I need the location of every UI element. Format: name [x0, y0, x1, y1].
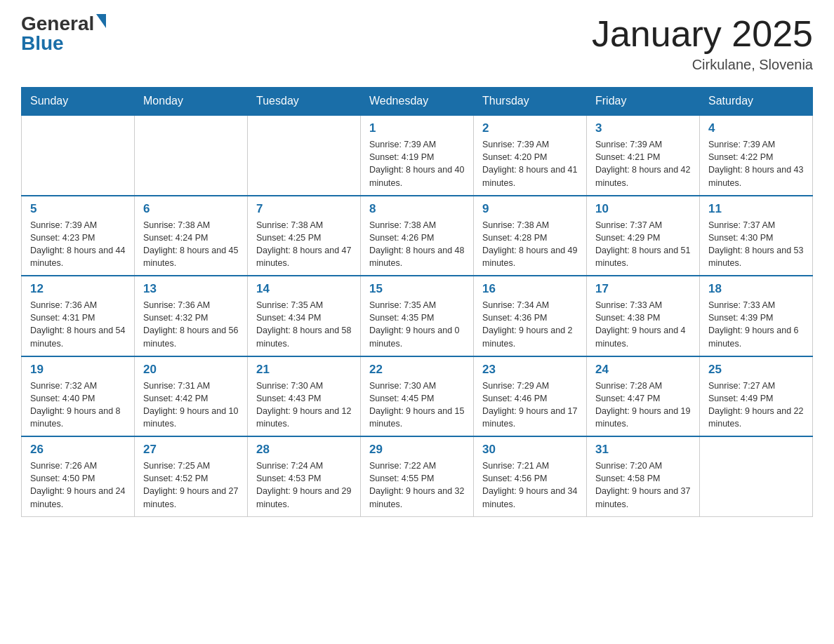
calendar-cell-4-4: 22Sunrise: 7:30 AMSunset: 4:45 PMDayligh… — [361, 356, 474, 437]
day-number: 5 — [30, 202, 126, 216]
calendar-cell-2-2: 6Sunrise: 7:38 AMSunset: 4:24 PMDaylight… — [135, 196, 248, 276]
week-row-3: 12Sunrise: 7:36 AMSunset: 4:31 PMDayligh… — [22, 276, 813, 356]
day-number: 12 — [30, 282, 126, 296]
day-info: Sunrise: 7:36 AMSunset: 4:31 PMDaylight:… — [30, 299, 126, 350]
day-info: Sunrise: 7:38 AMSunset: 4:24 PMDaylight:… — [143, 219, 239, 270]
day-number: 21 — [256, 363, 352, 377]
day-info: Sunrise: 7:39 AMSunset: 4:19 PMDaylight:… — [369, 138, 465, 189]
day-info: Sunrise: 7:26 AMSunset: 4:50 PMDaylight:… — [30, 459, 126, 511]
day-info: Sunrise: 7:37 AMSunset: 4:29 PMDaylight:… — [595, 219, 691, 270]
calendar-cell-5-7 — [700, 436, 813, 516]
day-number: 29 — [369, 443, 465, 457]
week-row-1: 1Sunrise: 7:39 AMSunset: 4:19 PMDaylight… — [22, 115, 813, 196]
calendar-cell-1-6: 3Sunrise: 7:39 AMSunset: 4:21 PMDaylight… — [587, 115, 700, 196]
day-info: Sunrise: 7:24 AMSunset: 4:53 PMDaylight:… — [256, 459, 352, 511]
calendar-cell-3-2: 13Sunrise: 7:36 AMSunset: 4:32 PMDayligh… — [135, 276, 248, 356]
day-info: Sunrise: 7:33 AMSunset: 4:38 PMDaylight:… — [595, 299, 691, 350]
week-row-4: 19Sunrise: 7:32 AMSunset: 4:40 PMDayligh… — [22, 356, 813, 437]
title-section: January 2025 Cirkulane, Slovenia — [592, 14, 813, 73]
calendar-table: SundayMondayTuesdayWednesdayThursdayFrid… — [21, 87, 813, 517]
logo-line1: General — [21, 14, 106, 34]
day-info: Sunrise: 7:33 AMSunset: 4:39 PMDaylight:… — [708, 299, 804, 350]
day-number: 4 — [708, 121, 804, 135]
calendar-cell-5-1: 26Sunrise: 7:26 AMSunset: 4:50 PMDayligh… — [22, 436, 135, 516]
calendar-cell-3-4: 15Sunrise: 7:35 AMSunset: 4:35 PMDayligh… — [361, 276, 474, 356]
calendar-cell-1-2 — [135, 115, 248, 196]
day-number: 1 — [369, 121, 465, 135]
calendar-cell-1-5: 2Sunrise: 7:39 AMSunset: 4:20 PMDaylight… — [474, 115, 587, 196]
day-number: 15 — [369, 282, 465, 296]
logo-line2: Blue — [21, 34, 106, 53]
calendar-cell-5-4: 29Sunrise: 7:22 AMSunset: 4:55 PMDayligh… — [361, 436, 474, 516]
calendar-cell-3-7: 18Sunrise: 7:33 AMSunset: 4:39 PMDayligh… — [700, 276, 813, 356]
day-number: 11 — [708, 202, 804, 216]
calendar-cell-1-3 — [248, 115, 361, 196]
day-info: Sunrise: 7:29 AMSunset: 4:46 PMDaylight:… — [482, 380, 578, 431]
day-number: 28 — [256, 443, 352, 457]
logo-triangle-icon — [96, 14, 106, 28]
calendar-cell-2-5: 9Sunrise: 7:38 AMSunset: 4:28 PMDaylight… — [474, 196, 587, 276]
day-number: 2 — [482, 121, 578, 135]
day-number: 27 — [143, 443, 239, 457]
calendar-cell-5-6: 31Sunrise: 7:20 AMSunset: 4:58 PMDayligh… — [587, 436, 700, 516]
calendar-cell-3-6: 17Sunrise: 7:33 AMSunset: 4:38 PMDayligh… — [587, 276, 700, 356]
day-info: Sunrise: 7:34 AMSunset: 4:36 PMDaylight:… — [482, 299, 578, 350]
day-info: Sunrise: 7:37 AMSunset: 4:30 PMDaylight:… — [708, 219, 804, 270]
calendar-cell-1-4: 1Sunrise: 7:39 AMSunset: 4:19 PMDaylight… — [361, 115, 474, 196]
calendar-cell-2-4: 8Sunrise: 7:38 AMSunset: 4:26 PMDaylight… — [361, 196, 474, 276]
day-number: 8 — [369, 202, 465, 216]
day-info: Sunrise: 7:38 AMSunset: 4:28 PMDaylight:… — [482, 219, 578, 270]
day-info: Sunrise: 7:22 AMSunset: 4:55 PMDaylight:… — [369, 459, 465, 511]
calendar-cell-4-1: 19Sunrise: 7:32 AMSunset: 4:40 PMDayligh… — [22, 356, 135, 437]
week-row-2: 5Sunrise: 7:39 AMSunset: 4:23 PMDaylight… — [22, 196, 813, 276]
day-number: 9 — [482, 202, 578, 216]
day-number: 3 — [595, 121, 691, 135]
day-info: Sunrise: 7:35 AMSunset: 4:35 PMDaylight:… — [369, 299, 465, 350]
day-info: Sunrise: 7:31 AMSunset: 4:42 PMDaylight:… — [143, 380, 239, 431]
day-info: Sunrise: 7:39 AMSunset: 4:20 PMDaylight:… — [482, 138, 578, 189]
calendar-header-tuesday: Tuesday — [248, 88, 361, 116]
page-header: General Blue January 2025 Cirkulane, Slo… — [21, 14, 813, 73]
day-number: 18 — [708, 282, 804, 296]
day-info: Sunrise: 7:21 AMSunset: 4:56 PMDaylight:… — [482, 459, 578, 511]
day-info: Sunrise: 7:38 AMSunset: 4:25 PMDaylight:… — [256, 219, 352, 270]
calendar-cell-5-5: 30Sunrise: 7:21 AMSunset: 4:56 PMDayligh… — [474, 436, 587, 516]
day-info: Sunrise: 7:35 AMSunset: 4:34 PMDaylight:… — [256, 299, 352, 350]
day-number: 17 — [595, 282, 691, 296]
calendar-cell-4-2: 20Sunrise: 7:31 AMSunset: 4:42 PMDayligh… — [135, 356, 248, 437]
logo-blue-text: Blue — [21, 32, 64, 54]
day-number: 19 — [30, 363, 126, 377]
calendar-cell-2-1: 5Sunrise: 7:39 AMSunset: 4:23 PMDaylight… — [22, 196, 135, 276]
logo-general-text: General — [21, 14, 94, 34]
calendar-header-saturday: Saturday — [700, 88, 813, 116]
calendar-cell-5-2: 27Sunrise: 7:25 AMSunset: 4:52 PMDayligh… — [135, 436, 248, 516]
day-number: 23 — [482, 363, 578, 377]
calendar-header-monday: Monday — [135, 88, 248, 116]
day-info: Sunrise: 7:38 AMSunset: 4:26 PMDaylight:… — [369, 219, 465, 270]
day-info: Sunrise: 7:30 AMSunset: 4:43 PMDaylight:… — [256, 380, 352, 431]
calendar-cell-5-3: 28Sunrise: 7:24 AMSunset: 4:53 PMDayligh… — [248, 436, 361, 516]
page-title: January 2025 — [592, 14, 813, 54]
calendar-cell-2-7: 11Sunrise: 7:37 AMSunset: 4:30 PMDayligh… — [700, 196, 813, 276]
day-number: 25 — [708, 363, 804, 377]
calendar-cell-4-6: 24Sunrise: 7:28 AMSunset: 4:47 PMDayligh… — [587, 356, 700, 437]
day-number: 30 — [482, 443, 578, 457]
day-number: 7 — [256, 202, 352, 216]
day-info: Sunrise: 7:32 AMSunset: 4:40 PMDaylight:… — [30, 380, 126, 431]
calendar-cell-3-1: 12Sunrise: 7:36 AMSunset: 4:31 PMDayligh… — [22, 276, 135, 356]
calendar-header-wednesday: Wednesday — [361, 88, 474, 116]
day-number: 6 — [143, 202, 239, 216]
logo: General Blue — [21, 14, 106, 53]
page-subtitle: Cirkulane, Slovenia — [592, 57, 813, 73]
day-number: 16 — [482, 282, 578, 296]
day-info: Sunrise: 7:39 AMSunset: 4:21 PMDaylight:… — [595, 138, 691, 189]
day-number: 20 — [143, 363, 239, 377]
day-info: Sunrise: 7:39 AMSunset: 4:22 PMDaylight:… — [708, 138, 804, 189]
calendar-header-friday: Friday — [587, 88, 700, 116]
calendar-header-row: SundayMondayTuesdayWednesdayThursdayFrid… — [22, 88, 813, 116]
day-info: Sunrise: 7:27 AMSunset: 4:49 PMDaylight:… — [708, 380, 804, 431]
calendar-cell-4-5: 23Sunrise: 7:29 AMSunset: 4:46 PMDayligh… — [474, 356, 587, 437]
week-row-5: 26Sunrise: 7:26 AMSunset: 4:50 PMDayligh… — [22, 436, 813, 516]
calendar-cell-2-6: 10Sunrise: 7:37 AMSunset: 4:29 PMDayligh… — [587, 196, 700, 276]
day-info: Sunrise: 7:20 AMSunset: 4:58 PMDaylight:… — [595, 459, 691, 511]
